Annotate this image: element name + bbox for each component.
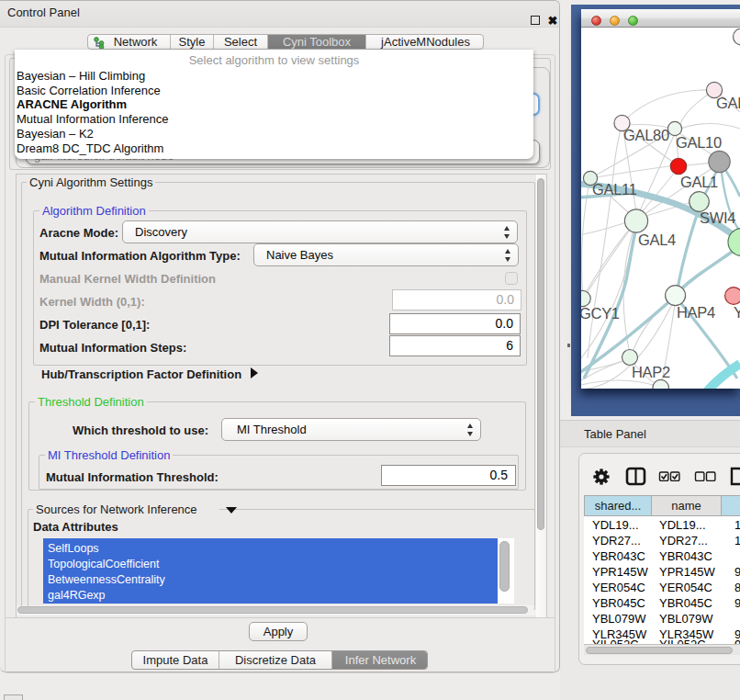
- svg-text:GAL7: GAL7: [716, 95, 740, 111]
- svg-text:GAL80: GAL80: [623, 127, 669, 143]
- svg-text:HAP4: HAP4: [677, 304, 715, 321]
- svg-text:GAL4: GAL4: [638, 231, 676, 248]
- svg-text:GAL10: GAL10: [676, 134, 722, 151]
- svg-text:GAL11: GAL11: [592, 181, 637, 198]
- svg-text:GAL1: GAL1: [680, 174, 718, 190]
- svg-text:GCY1: GCY1: [581, 305, 620, 322]
- svg-text:YJ: YJ: [734, 304, 740, 321]
- svg-text:SWI4: SWI4: [700, 209, 735, 226]
- svg-text:HAP2: HAP2: [632, 364, 670, 380]
